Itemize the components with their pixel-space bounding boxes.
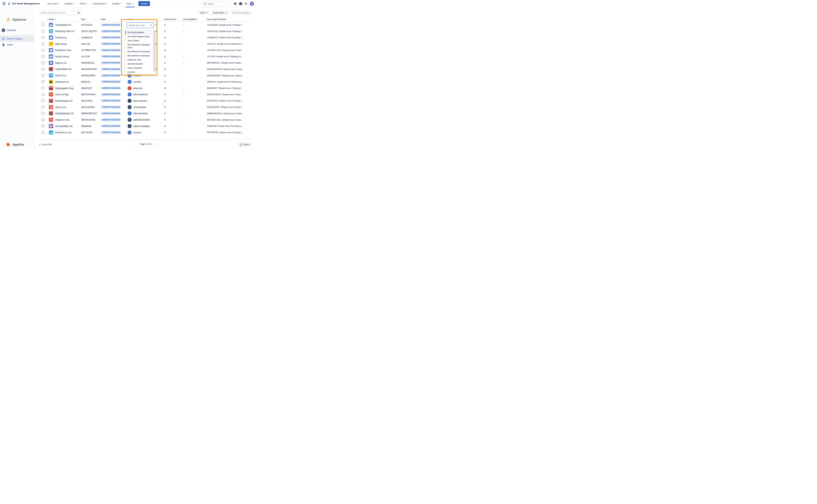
jira-logo[interactable]: Jira Work Management (7, 2, 40, 5)
lead-option[interactable]: Ben Warwick-Champion (125, 54, 155, 58)
row-checkbox[interactable] (42, 112, 44, 115)
row-checkbox[interactable] (42, 68, 44, 71)
name-cell[interactable]: Apoju & Co. (47, 60, 80, 66)
column-header-issue-type-scheme[interactable]: Issue Type Scheme (206, 17, 243, 21)
name-cell[interactable]: Tujifunekbel Ltd. (47, 66, 80, 72)
sort-icon[interactable] (197, 18, 198, 20)
nav-item-people[interactable]: People (110, 0, 124, 7)
lead-option[interactable]: Tom Buhl-Nielsen (125, 30, 155, 34)
dropdown-scrollbar[interactable] (153, 30, 155, 74)
row-checkbox[interactable] (42, 74, 44, 77)
name-cell[interactable]: Uletefojakukig Ltd. (47, 110, 80, 117)
sort-icon[interactable] (55, 18, 56, 20)
user-avatar[interactable]: JR (250, 2, 254, 6)
global-search-input[interactable] (202, 1, 231, 6)
name-cell[interactable]: Zafuczi Inc. (47, 72, 80, 79)
go-back-button[interactable]: Go back (2, 28, 16, 32)
lead-cell[interactable]: Aabdullah.ibrahim (126, 117, 163, 123)
name-cell[interactable]: Marketing Team v2 (47, 28, 80, 34)
last-updated-cell: - (182, 41, 206, 47)
name-cell[interactable]: Vensazofojku Ltd. (47, 123, 80, 129)
nav-item-projects[interactable]: Projects (62, 0, 77, 7)
lead-option[interactable]: Ben Warwick-Champion (dev) (125, 43, 155, 50)
row-checkbox-cell (39, 98, 47, 104)
lead-option[interactable]: Jack Graves (125, 39, 155, 43)
column-header-style[interactable]: Style (100, 17, 126, 21)
row-checkbox[interactable] (42, 80, 44, 83)
lead-cell[interactable]: Ttaha.kandamir (126, 110, 163, 117)
notifications-icon[interactable] (234, 2, 237, 5)
nav-item-your-work[interactable]: Your work (45, 0, 62, 7)
prev-page-arrow[interactable]: ← (134, 143, 137, 145)
lead-option[interactable]: amar.sundaram (125, 66, 155, 70)
name-cell[interactable]: Hovzu Group (47, 91, 80, 98)
column-header-key[interactable]: Key (80, 17, 100, 21)
lead-cell[interactable]: Eeva.lien (126, 79, 163, 85)
row-checkbox[interactable] (42, 36, 44, 39)
name-cell[interactable]: Josjanro Corp. (47, 117, 80, 123)
row-checkbox[interactable] (42, 49, 44, 52)
lead-cell[interactable]: Oomar.darboe (126, 104, 163, 110)
name-cell[interactable]: Tuthooj Ltd. (47, 34, 80, 41)
review-changes-button[interactable]: Review changes (231, 10, 252, 15)
column-header-lead[interactable]: Lead (126, 17, 163, 21)
name-cell[interactable]: Jinaceara Inc. (47, 79, 80, 85)
row-checkbox[interactable] (42, 125, 44, 127)
lead-cell[interactable]: Zzlatica.chalupka (126, 123, 163, 129)
sidebar-item-trash[interactable]: Trash (0, 42, 34, 48)
project-key: BIRKIVX (81, 81, 90, 83)
view-button[interactable]: View (198, 10, 210, 15)
page: Jira Work Management Your workProjectsFi… (0, 0, 256, 148)
column-header-last-updated[interactable]: Last Updated (182, 17, 206, 21)
style-badge: COMPANY MANAGED (101, 55, 121, 58)
name-cell[interactable]: Agfo Group (47, 41, 80, 47)
sort-icon[interactable] (86, 18, 87, 20)
row-checkbox[interactable] (42, 99, 44, 102)
name-cell[interactable]: Fiheluohvuc Ltd. (47, 129, 80, 136)
row-checkbox[interactable] (42, 87, 44, 90)
lead-cell[interactable]: Pphan.kim (126, 85, 163, 91)
sort-icon[interactable] (177, 18, 178, 20)
project-search-input[interactable] (39, 10, 81, 15)
help-icon[interactable]: ? (239, 2, 242, 5)
row-checkbox[interactable] (42, 106, 44, 108)
name-cell[interactable]: Juupobejani Inc. (47, 22, 80, 28)
row-checkbox[interactable] (42, 118, 44, 121)
create-button[interactable]: Create (138, 1, 150, 6)
lead-cell[interactable]: Ttaha.kandamir (126, 91, 163, 98)
lead-select[interactable]: Search for a user (127, 22, 154, 28)
name-cell[interactable]: Etamubazjod Ltd. (47, 98, 80, 104)
lead-option[interactable]: Tom Buhl-Nielsen (dev) (125, 34, 155, 39)
issue-type-scheme: BKPGVHNLB: Simple Issue Tracki... (207, 93, 242, 96)
row-checkbox[interactable] (42, 55, 44, 58)
name-cell[interactable]: Jebiz & Co. (47, 104, 80, 110)
lead-cell[interactable]: Eeva.lien (126, 129, 163, 136)
lead-cell[interactable]: Jjane.rotanson (126, 98, 163, 104)
lead-option[interactable]: Ben Warwick-Champion (125, 50, 155, 54)
row-checkbox[interactable] (42, 24, 44, 26)
app-switcher-icon[interactable] (2, 1, 6, 6)
sidebar-item-active-projects[interactable]: Active Projects (0, 35, 34, 42)
row-checkbox[interactable] (42, 131, 44, 134)
row-checkbox[interactable] (42, 30, 44, 33)
nav-item-filters[interactable]: Filters (77, 0, 91, 7)
clear-search-icon[interactable] (77, 12, 80, 15)
lead-option[interactable]: Optimizer Test (125, 58, 155, 62)
nav-item-dashboards[interactable]: Dashboards (91, 0, 110, 7)
name-cell[interactable]: Kihujlufuw Corp. (47, 47, 80, 53)
scrollbar-thumb[interactable] (154, 30, 155, 72)
settings-gear-icon[interactable]: ⚙ (245, 2, 247, 5)
nav-item-apps[interactable]: Apps (124, 0, 136, 7)
column-header-issue-count[interactable]: Issue Count (163, 17, 182, 21)
export-button[interactable]: Export (237, 142, 252, 147)
row-checkbox[interactable] (42, 93, 44, 96)
row-checkbox[interactable] (42, 61, 44, 64)
row-checkbox[interactable] (42, 42, 44, 45)
lead-option[interactable]: eva.lien (125, 70, 155, 74)
bulk-action-button[interactable]: Bulk action (211, 10, 229, 15)
name-cell[interactable]: Nelgutagaful Corp. (47, 85, 80, 91)
column-header-name[interactable]: Name (47, 17, 80, 21)
name-cell[interactable]: Susiok Group (47, 53, 80, 60)
lead-option[interactable]: abdullah.ibrahim (125, 62, 155, 66)
next-page-arrow[interactable]: → (154, 143, 156, 145)
